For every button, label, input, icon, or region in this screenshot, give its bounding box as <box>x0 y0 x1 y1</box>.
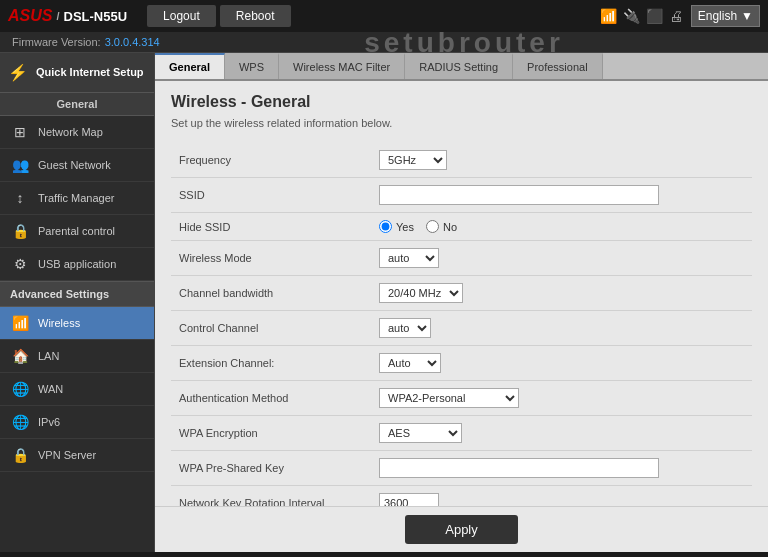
sidebar-item-label: LAN <box>38 350 59 362</box>
quick-internet-setup[interactable]: ⚡ Quick Internet Setup <box>0 53 154 93</box>
channel-bandwidth-label: Channel bandwidth <box>171 276 371 311</box>
auth-method-select[interactable]: Open System WPA-Personal WPA2-Personal W… <box>379 388 519 408</box>
sidebar-item-label: WAN <box>38 383 63 395</box>
sidebar-item-network-map[interactable]: ⊞ Network Map <box>0 116 154 149</box>
key-rotation-control <box>371 486 752 507</box>
tab-radius-setting[interactable]: RADIUS Setting <box>405 53 513 79</box>
ssid-label: SSID <box>171 178 371 213</box>
footer: Apply <box>155 506 768 552</box>
form-title: Wireless - General <box>171 93 752 111</box>
hide-ssid-yes-radio[interactable] <box>379 220 392 233</box>
language-label: English <box>698 9 737 23</box>
sidebar-item-ipv6[interactable]: 🌐 IPv6 <box>0 406 154 439</box>
printer-status-icon: 🖨 <box>669 8 683 24</box>
usb-application-icon: ⚙ <box>10 256 30 272</box>
form-subtitle: Set up the wireless related information … <box>171 117 752 129</box>
hide-ssid-radio-group: Yes No <box>379 220 744 233</box>
table-row: Channel bandwidth 20 MHz 20/40 MHz 40 MH… <box>171 276 752 311</box>
form-area: Wireless - General Set up the wireless r… <box>155 81 768 506</box>
wireless-mode-label: Wireless Mode <box>171 241 371 276</box>
sidebar-item-guest-network[interactable]: 👥 Guest Network <box>0 149 154 182</box>
logo: ASUS / DSL-N55U <box>8 7 127 25</box>
wifi-status-icon: 📶 <box>600 8 617 24</box>
status-icons: 📶 🔌 ⬛ 🖨 <box>600 8 683 24</box>
reboot-button[interactable]: Reboot <box>220 5 291 27</box>
top-right: 📶 🔌 ⬛ 🖨 English ▼ <box>600 5 760 27</box>
logout-button[interactable]: Logout <box>147 5 216 27</box>
sidebar-item-label: USB application <box>38 258 116 270</box>
quick-setup-icon: ⚡ <box>8 63 28 82</box>
sidebar-item-traffic-manager[interactable]: ↕ Traffic Manager <box>0 182 154 215</box>
frequency-select[interactable]: 2.4GHz 5GHz <box>379 150 447 170</box>
control-channel-select[interactable]: auto 1234 5678 91011 <box>379 318 431 338</box>
extension-channel-select[interactable]: Auto Above Below <box>379 353 441 373</box>
firmware-bar: Firmware Version: 3.0.0.4.314 <box>0 32 768 53</box>
settings-table: Frequency 2.4GHz 5GHz SSID <box>171 143 752 506</box>
table-row: Extension Channel: Auto Above Below <box>171 346 752 381</box>
table-row: Wireless Mode auto b only g only n only <box>171 241 752 276</box>
table-row: SSID <box>171 178 752 213</box>
key-rotation-input[interactable] <box>379 493 439 506</box>
advanced-settings-header: Advanced Settings <box>0 281 154 307</box>
table-row: Frequency 2.4GHz 5GHz <box>171 143 752 178</box>
sidebar-item-label: Guest Network <box>38 159 111 171</box>
firmware-label: Firmware Version: <box>12 36 101 48</box>
tab-general[interactable]: General <box>155 53 225 79</box>
language-selector[interactable]: English ▼ <box>691 5 760 27</box>
content-area: General WPS Wireless MAC Filter RADIUS S… <box>155 53 768 552</box>
hide-ssid-label: Hide SSID <box>171 213 371 241</box>
traffic-manager-icon: ↕ <box>10 190 30 206</box>
ssid-control <box>371 178 752 213</box>
ipv6-icon: 🌐 <box>10 414 30 430</box>
wireless-icon: 📶 <box>10 315 30 331</box>
usb-status-icon: ⬛ <box>646 8 663 24</box>
sidebar-item-label: IPv6 <box>38 416 60 428</box>
guest-network-icon: 👥 <box>10 157 30 173</box>
hide-ssid-no[interactable]: No <box>426 220 457 233</box>
general-section-header: General <box>0 93 154 116</box>
table-row: Hide SSID Yes No <box>171 213 752 241</box>
sidebar-item-label: Traffic Manager <box>38 192 114 204</box>
sidebar-item-label: Parental control <box>38 225 115 237</box>
hide-ssid-no-radio[interactable] <box>426 220 439 233</box>
sidebar-item-wireless[interactable]: 📶 Wireless <box>0 307 154 340</box>
quick-setup-label: Quick Internet Setup <box>36 65 144 79</box>
wpa-psk-label: WPA Pre-Shared Key <box>171 451 371 486</box>
wpa-psk-input[interactable] <box>379 458 659 478</box>
table-row: Network Key Rotation Interval <box>171 486 752 507</box>
hide-ssid-control: Yes No <box>371 213 752 241</box>
logo-model: DSL-N55U <box>64 9 128 24</box>
apply-button[interactable]: Apply <box>405 515 518 544</box>
sidebar-item-vpn-server[interactable]: 🔒 VPN Server <box>0 439 154 472</box>
ssid-input[interactable] <box>379 185 659 205</box>
sidebar: ⚡ Quick Internet Setup General ⊞ Network… <box>0 53 155 552</box>
control-channel-control: auto 1234 5678 91011 <box>371 311 752 346</box>
sidebar-item-lan[interactable]: 🏠 LAN <box>0 340 154 373</box>
logo-asus: ASUS <box>8 7 52 25</box>
channel-bandwidth-select[interactable]: 20 MHz 20/40 MHz 40 MHz <box>379 283 463 303</box>
auth-method-control: Open System WPA-Personal WPA2-Personal W… <box>371 381 752 416</box>
control-channel-label: Control Channel <box>171 311 371 346</box>
wpa-encryption-control: AES TKIP TKIP+AES <box>371 416 752 451</box>
table-row: WPA Pre-Shared Key <box>171 451 752 486</box>
wpa-encryption-select[interactable]: AES TKIP TKIP+AES <box>379 423 462 443</box>
top-nav: Logout Reboot <box>147 5 290 27</box>
sidebar-item-usb-application[interactable]: ⚙ USB application <box>0 248 154 281</box>
vpn-server-icon: 🔒 <box>10 447 30 463</box>
firmware-version[interactable]: 3.0.0.4.314 <box>105 36 160 48</box>
parental-control-icon: 🔒 <box>10 223 30 239</box>
sidebar-item-parental-control[interactable]: 🔒 Parental control <box>0 215 154 248</box>
sidebar-item-label: VPN Server <box>38 449 96 461</box>
frequency-control: 2.4GHz 5GHz <box>371 143 752 178</box>
channel-bandwidth-control: 20 MHz 20/40 MHz 40 MHz <box>371 276 752 311</box>
extension-channel-label: Extension Channel: <box>171 346 371 381</box>
tab-wireless-mac-filter[interactable]: Wireless MAC Filter <box>279 53 405 79</box>
top-bar: ASUS / DSL-N55U Logout Reboot 📶 🔌 ⬛ 🖨 En… <box>0 0 768 32</box>
wireless-mode-select[interactable]: auto b only g only n only <box>379 248 439 268</box>
table-row: Control Channel auto 1234 5678 91011 <box>171 311 752 346</box>
tab-professional[interactable]: Professional <box>513 53 603 79</box>
sidebar-item-wan[interactable]: 🌐 WAN <box>0 373 154 406</box>
hide-ssid-yes[interactable]: Yes <box>379 220 414 233</box>
wpa-psk-control <box>371 451 752 486</box>
tab-wps[interactable]: WPS <box>225 53 279 79</box>
